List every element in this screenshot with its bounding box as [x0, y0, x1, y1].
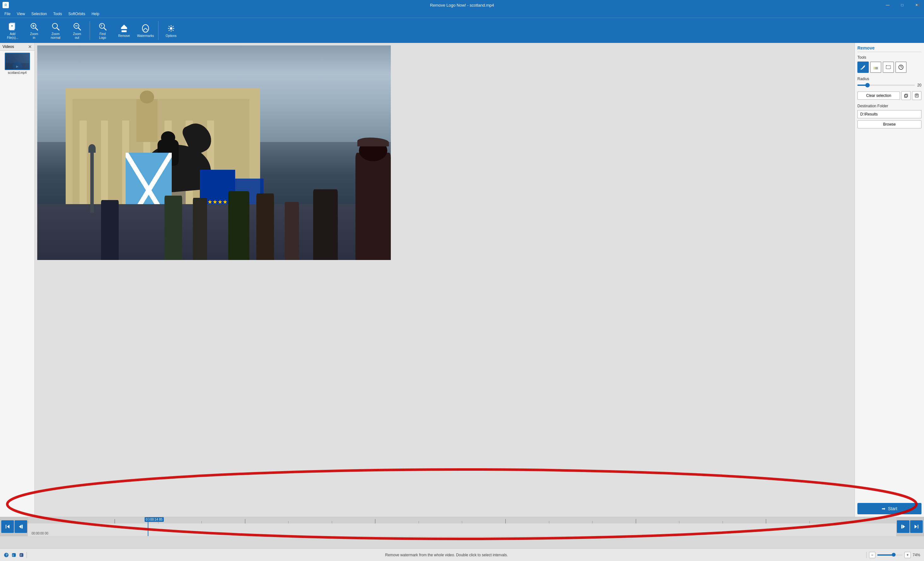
- radius-fill: [857, 85, 866, 86]
- radius-value: 20: [917, 83, 921, 87]
- content-area: Videos ✕ ▶ scotland.mp4: [0, 43, 924, 517]
- timeline-prev-frame-button[interactable]: [15, 520, 27, 533]
- clear-selection-button[interactable]: Clear selection: [857, 91, 900, 100]
- tick: [679, 521, 723, 524]
- options-button[interactable]: Options: [161, 19, 181, 42]
- zoom-slider[interactable]: [877, 554, 903, 556]
- svg-rect-42: [918, 525, 918, 528]
- zoom-slider-handle: [892, 553, 896, 557]
- brush-tool-button[interactable]: [857, 61, 869, 73]
- svg-marker-41: [915, 525, 917, 528]
- svg-rect-32: [916, 94, 918, 95]
- timeline-next-frame-button[interactable]: [897, 520, 909, 533]
- toolbar-separator-2: [158, 21, 159, 40]
- tick-major: [375, 519, 418, 524]
- twitter-icon: t: [11, 552, 16, 558]
- menubar: File View Selection Tools SoftOrbits Hel…: [0, 10, 924, 18]
- add-file-label: AddFile(s)...: [7, 32, 18, 40]
- timeline-goto-start-button[interactable]: [1, 520, 14, 533]
- app-icon: R: [3, 2, 9, 8]
- tick: [549, 521, 592, 524]
- svg-marker-39: [903, 525, 905, 528]
- tick: [288, 521, 332, 524]
- remove-button[interactable]: Remove: [114, 19, 134, 42]
- sidebar-close-button[interactable]: ✕: [28, 44, 32, 49]
- svg-text:?: ?: [100, 24, 102, 28]
- zoom-normal-button[interactable]: Zoomnormal: [45, 19, 66, 42]
- maximize-button[interactable]: □: [895, 0, 909, 10]
- window-title: Remove Logo Now! - scotland.mp4: [430, 3, 494, 7]
- svg-rect-35: [6, 525, 6, 528]
- menu-softorbits[interactable]: SoftOrbits: [65, 11, 88, 17]
- radius-section: Radius 20: [857, 77, 921, 87]
- svg-point-21: [170, 27, 172, 30]
- rect-tool-button[interactable]: [883, 61, 894, 73]
- tick: [462, 521, 506, 524]
- menu-selection[interactable]: Selection: [28, 11, 50, 17]
- zoom-in-status-button[interactable]: +: [904, 552, 911, 558]
- browse-button[interactable]: Browse: [857, 120, 921, 129]
- clear-selection-row: Clear selection: [857, 91, 921, 100]
- zoom-in-label: Zoomin: [30, 32, 38, 40]
- radius-row: 20: [857, 83, 921, 87]
- timeline-start-timecode: 00:00:00 00: [30, 531, 50, 536]
- toolbar-separator-1: [90, 21, 90, 40]
- zoom-out-icon: [72, 21, 82, 31]
- radius-handle: [865, 83, 870, 87]
- menu-help[interactable]: Help: [88, 11, 103, 17]
- watermarks-button[interactable]: Watermarks: [135, 19, 156, 42]
- find-logo-icon: ?: [98, 21, 108, 31]
- status-separator-2: [866, 552, 867, 558]
- svg-rect-2: [9, 24, 15, 30]
- zoom-in-icon: [29, 21, 39, 31]
- timeline-playhead[interactable]: [148, 517, 148, 536]
- video-frame: ★★★★★★★★★★★★ ★★★★: [37, 45, 391, 260]
- options-label: Options: [166, 34, 177, 37]
- copy-selection-button[interactable]: [901, 91, 911, 100]
- zoom-slider-fill: [877, 554, 892, 556]
- app-window: R Remove Logo Now! - scotland.mp4 — □ ✕ …: [0, 0, 924, 561]
- video-background: ★★★★★★★★★★★★ ★★★★: [37, 45, 391, 260]
- video-thumb-image: ▶: [5, 53, 30, 70]
- paste-selection-button[interactable]: [912, 91, 921, 100]
- sidebar: Videos ✕ ▶ scotland.mp4: [0, 43, 35, 517]
- add-file-button[interactable]: AddFile(s)...: [3, 19, 23, 42]
- destination-section: Destination Folder Browse: [857, 104, 921, 129]
- tick: [71, 521, 115, 524]
- video-thumbnail[interactable]: ▶ scotland.mp4: [5, 53, 30, 75]
- tools-row: [857, 61, 921, 73]
- zoom-in-button[interactable]: Zoomin: [24, 19, 44, 42]
- eraser-tool-button[interactable]: [870, 61, 881, 73]
- menu-file[interactable]: File: [1, 11, 14, 17]
- tick: [158, 521, 202, 524]
- zoom-level: 74%: [913, 553, 920, 557]
- toolbar: AddFile(s)... Zoomin Zoomnormal Zoomout …: [0, 18, 924, 43]
- timeline-track[interactable]: 00:00:14 85 00:00:00 00: [28, 517, 896, 536]
- timeline-goto-end-button[interactable]: [910, 520, 923, 533]
- svg-rect-17: [121, 28, 127, 29]
- status-hint: Remove watermark from the whole video. D…: [29, 553, 864, 557]
- menu-tools[interactable]: Tools: [50, 11, 65, 17]
- clock-tool-button[interactable]: [895, 61, 907, 73]
- svg-text:t: t: [13, 554, 14, 557]
- watermarks-icon: [141, 23, 151, 33]
- tick: [592, 521, 636, 524]
- zoom-controls: − + 74%: [869, 552, 920, 558]
- radius-slider[interactable]: [857, 85, 915, 86]
- tick-major: [245, 519, 288, 524]
- tick-major: [506, 519, 549, 524]
- zoom-out-button[interactable]: Zoomout: [67, 19, 87, 42]
- zoom-out-status-button[interactable]: −: [869, 552, 875, 558]
- svg-rect-40: [901, 525, 902, 528]
- start-button[interactable]: ➡ Start: [857, 503, 921, 514]
- menu-view[interactable]: View: [14, 11, 28, 17]
- tick: [809, 521, 853, 524]
- svg-line-10: [57, 28, 59, 30]
- destination-input[interactable]: [857, 110, 921, 118]
- svg-line-12: [78, 28, 81, 30]
- zoom-out-label: Zoomout: [73, 32, 81, 40]
- minimize-button[interactable]: —: [880, 0, 895, 10]
- remove-icon: [119, 23, 129, 33]
- add-file-icon: [8, 21, 18, 31]
- find-logo-button[interactable]: ? FindLogo: [93, 19, 113, 42]
